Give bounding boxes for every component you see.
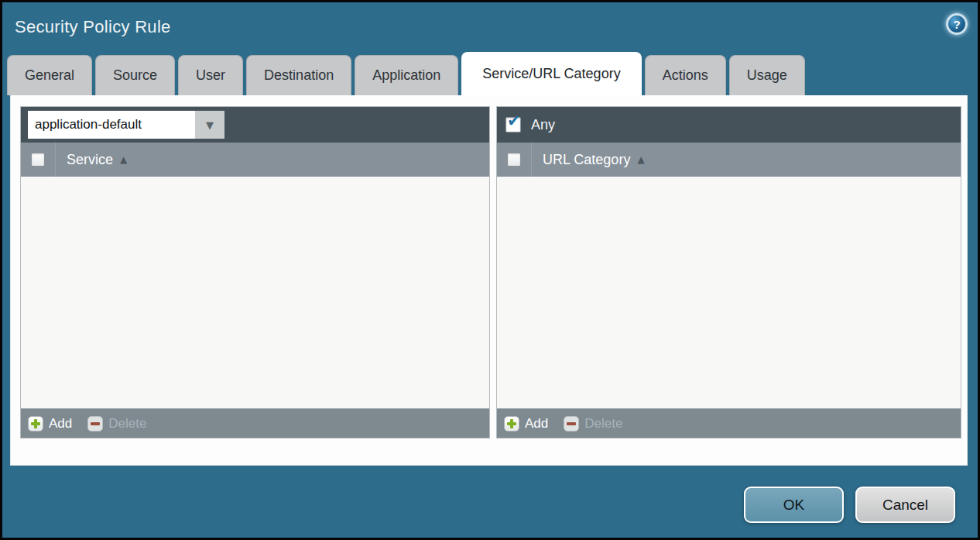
dialog-title: Security Policy Rule — [15, 17, 171, 37]
service-delete-label: Delete — [108, 416, 146, 432]
url-category-toolbar: ✔ Any — [497, 107, 961, 143]
service-toolbar: ▼ — [21, 107, 489, 143]
service-select-all-checkbox[interactable] — [31, 153, 45, 167]
security-policy-rule-dialog: Security Policy Rule ? General Source Us… — [0, 0, 980, 540]
url-category-footer-bar: Add Delete — [497, 408, 961, 438]
minus-icon — [87, 416, 103, 432]
url-category-select-all-checkbox[interactable] — [507, 153, 521, 167]
tab-content-area: ▼ Service ▲ Add Delete — [10, 95, 968, 466]
check-icon: ✔ — [507, 113, 521, 129]
service-type-dropdown[interactable]: ▼ — [28, 111, 224, 139]
dialog-button-row: OK Cancel — [744, 487, 955, 523]
service-table-header: Service ▲ — [21, 143, 489, 177]
help-icon[interactable]: ? — [946, 13, 968, 35]
service-type-input[interactable] — [28, 111, 195, 139]
sort-asc-icon[interactable]: ▲ — [637, 155, 644, 164]
plus-icon — [504, 416, 519, 432]
url-category-panel: ✔ Any URL Category ▲ Add Delete — [496, 106, 961, 439]
sort-asc-icon[interactable]: ▲ — [120, 155, 127, 164]
service-list-empty-area[interactable] — [21, 177, 489, 408]
dialog-titlebar: Security Policy Rule ? — [2, 2, 978, 52]
service-panel: ▼ Service ▲ Add Delete — [20, 106, 490, 439]
tab-actions[interactable]: Actions — [645, 55, 726, 95]
tab-application[interactable]: Application — [355, 55, 458, 95]
tab-bar: General Source User Destination Applicat… — [7, 52, 978, 95]
service-footer-bar: Add Delete — [21, 408, 489, 438]
service-type-dropdown-button[interactable]: ▼ — [195, 111, 224, 139]
url-category-list-empty-area[interactable] — [497, 177, 961, 408]
service-column-label[interactable]: Service — [67, 152, 113, 168]
service-select-all-cell — [21, 143, 56, 177]
question-mark-glyph: ? — [953, 19, 960, 30]
url-category-delete-button[interactable]: Delete — [564, 416, 622, 432]
url-category-delete-label: Delete — [584, 416, 622, 432]
any-label[interactable]: Any — [531, 117, 555, 133]
cancel-button[interactable]: Cancel — [855, 487, 955, 523]
minus-icon — [564, 416, 579, 432]
chevron-down-icon: ▼ — [206, 120, 214, 130]
url-category-column-label[interactable]: URL Category — [543, 152, 630, 168]
tab-service-url-category[interactable]: Service/URL Category — [461, 52, 641, 95]
tab-user[interactable]: User — [178, 55, 243, 95]
url-category-add-label: Add — [525, 416, 548, 432]
tab-general[interactable]: General — [7, 55, 92, 95]
tab-source[interactable]: Source — [95, 55, 175, 95]
any-checkbox[interactable]: ✔ — [505, 117, 521, 132]
service-delete-button[interactable]: Delete — [87, 416, 146, 432]
tab-destination[interactable]: Destination — [246, 55, 351, 95]
service-add-label: Add — [49, 416, 72, 432]
plus-icon — [28, 416, 43, 432]
tab-usage[interactable]: Usage — [729, 55, 805, 95]
url-category-table-header: URL Category ▲ — [497, 143, 961, 177]
ok-button[interactable]: OK — [744, 487, 844, 523]
service-add-button[interactable]: Add — [28, 416, 72, 432]
url-category-select-all-cell — [497, 143, 532, 177]
url-category-add-button[interactable]: Add — [504, 416, 548, 432]
